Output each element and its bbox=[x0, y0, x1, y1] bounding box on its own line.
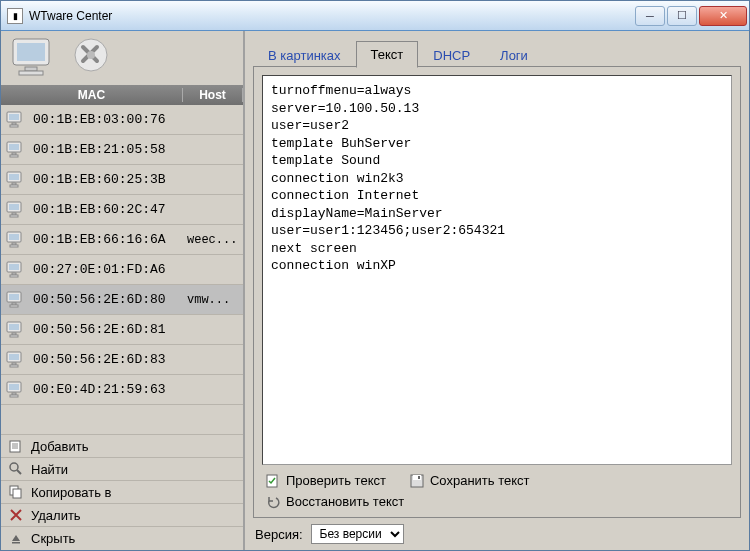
svg-rect-55 bbox=[418, 476, 420, 479]
mac-cell: 00:1B:EB:60:25:3B bbox=[31, 172, 183, 187]
svg-rect-43 bbox=[9, 384, 19, 390]
close-button[interactable]: ✕ bbox=[699, 6, 747, 26]
save-icon bbox=[410, 474, 424, 488]
table-header: MAC Host bbox=[1, 85, 243, 105]
host-cell: weec... bbox=[183, 233, 243, 247]
svg-rect-9 bbox=[10, 125, 18, 127]
tools-icon[interactable] bbox=[67, 37, 115, 79]
svg-rect-2 bbox=[25, 67, 37, 71]
minimize-button[interactable]: ─ bbox=[635, 6, 665, 26]
client-row[interactable]: 00:1B:EB:03:00:76 bbox=[1, 105, 243, 135]
client-row[interactable]: 00:1B:EB:66:16:6Aweec... bbox=[1, 225, 243, 255]
copy-to-label: Копировать в bbox=[31, 485, 112, 500]
svg-point-5 bbox=[87, 51, 95, 59]
svg-rect-21 bbox=[10, 215, 18, 217]
svg-rect-7 bbox=[9, 114, 19, 120]
monitor-icon[interactable] bbox=[9, 37, 57, 79]
svg-rect-23 bbox=[9, 234, 19, 240]
client-row[interactable]: 00:50:56:2E:6D:83 bbox=[1, 345, 243, 375]
svg-rect-31 bbox=[9, 294, 19, 300]
copy-icon bbox=[9, 485, 23, 499]
client-row[interactable]: 00:1B:EB:60:25:3B bbox=[1, 165, 243, 195]
title-bar: ▮ WTware Center ─ ☐ ✕ bbox=[1, 1, 749, 31]
find-label: Найти bbox=[31, 462, 68, 477]
pc-icon bbox=[5, 319, 27, 341]
add-button[interactable]: Добавить bbox=[1, 435, 243, 458]
client-row[interactable]: 00:50:56:2E:6D:80vmw... bbox=[1, 285, 243, 315]
undo-icon bbox=[266, 495, 280, 509]
app-icon: ▮ bbox=[7, 8, 23, 24]
mac-cell: 00:1B:EB:60:2C:47 bbox=[31, 202, 183, 217]
mac-cell: 00:1B:EB:66:16:6A bbox=[31, 232, 183, 247]
pc-icon bbox=[5, 229, 27, 251]
svg-rect-17 bbox=[10, 185, 18, 187]
client-row[interactable]: 00:E0:4D:21:59:63 bbox=[1, 375, 243, 405]
mac-cell: 00:50:56:2E:6D:80 bbox=[31, 292, 183, 307]
action-list: Добавить Найти Копировать в Удалить bbox=[1, 434, 243, 550]
svg-rect-25 bbox=[10, 245, 18, 247]
version-select[interactable]: Без версии bbox=[311, 524, 404, 544]
col-host[interactable]: Host bbox=[183, 88, 243, 102]
mac-cell: 00:50:56:2E:6D:83 bbox=[31, 352, 183, 367]
tab-pictures[interactable]: В картинках bbox=[253, 42, 356, 68]
svg-rect-19 bbox=[9, 204, 19, 210]
svg-line-48 bbox=[17, 470, 21, 474]
tab-dhcp[interactable]: DHCP bbox=[418, 42, 485, 68]
pc-icon bbox=[5, 379, 27, 401]
tab-logs[interactable]: Логи bbox=[485, 42, 543, 68]
tabs: В картинках Текст DHCP Логи bbox=[253, 39, 741, 67]
pc-icon bbox=[5, 199, 27, 221]
client-row[interactable]: 00:27:0E:01:FD:A6 bbox=[1, 255, 243, 285]
client-row[interactable]: 00:1B:EB:21:05:58 bbox=[1, 135, 243, 165]
delete-button[interactable]: Удалить bbox=[1, 504, 243, 527]
check-text-button[interactable]: Проверить текст bbox=[266, 473, 386, 488]
right-panel: В картинках Текст DHCP Логи turnoffmenu=… bbox=[245, 31, 749, 550]
window-title: WTware Center bbox=[29, 9, 112, 23]
svg-rect-39 bbox=[9, 354, 19, 360]
svg-point-47 bbox=[10, 463, 18, 471]
copy-to-button[interactable]: Копировать в bbox=[1, 481, 243, 504]
mac-cell: 00:E0:4D:21:59:63 bbox=[31, 382, 183, 397]
client-row[interactable]: 00:1B:EB:60:2C:47 bbox=[1, 195, 243, 225]
client-row[interactable]: 00:50:56:2E:6D:81 bbox=[1, 315, 243, 345]
svg-rect-1 bbox=[17, 43, 45, 61]
pc-icon bbox=[5, 169, 27, 191]
svg-rect-41 bbox=[10, 365, 18, 367]
svg-rect-13 bbox=[10, 155, 18, 157]
save-text-button[interactable]: Сохранить текст bbox=[410, 473, 530, 488]
svg-rect-15 bbox=[9, 174, 19, 180]
restore-text-label: Восстановить текст bbox=[286, 494, 404, 509]
pc-icon bbox=[5, 109, 27, 131]
tab-body: turnoffmenu=always server=10.100.50.13 u… bbox=[253, 66, 741, 518]
svg-rect-29 bbox=[10, 275, 18, 277]
svg-rect-35 bbox=[9, 324, 19, 330]
host-cell: vmw... bbox=[183, 293, 243, 307]
tab-text[interactable]: Текст bbox=[356, 41, 419, 68]
search-icon bbox=[9, 462, 23, 476]
delete-label: Удалить bbox=[31, 508, 81, 523]
maximize-button[interactable]: ☐ bbox=[667, 6, 697, 26]
delete-icon bbox=[9, 508, 23, 522]
svg-rect-33 bbox=[10, 305, 18, 307]
pc-icon bbox=[5, 289, 27, 311]
hide-icon bbox=[9, 532, 23, 546]
mac-cell: 00:27:0E:01:FD:A6 bbox=[31, 262, 183, 277]
svg-rect-45 bbox=[10, 395, 18, 397]
svg-rect-27 bbox=[9, 264, 19, 270]
pc-icon bbox=[5, 349, 27, 371]
mac-cell: 00:50:56:2E:6D:81 bbox=[31, 322, 183, 337]
config-textarea[interactable]: turnoffmenu=always server=10.100.50.13 u… bbox=[262, 75, 732, 465]
check-text-label: Проверить текст bbox=[286, 473, 386, 488]
mac-cell: 00:1B:EB:21:05:58 bbox=[31, 142, 183, 157]
client-list: 00:1B:EB:03:00:7600:1B:EB:21:05:5800:1B:… bbox=[1, 105, 243, 434]
hide-button[interactable]: Скрыть bbox=[1, 527, 243, 550]
restore-text-button[interactable]: Восстановить текст bbox=[266, 494, 728, 509]
col-mac[interactable]: MAC bbox=[1, 88, 183, 102]
svg-rect-11 bbox=[9, 144, 19, 150]
add-icon bbox=[9, 439, 23, 453]
mac-cell: 00:1B:EB:03:00:76 bbox=[31, 112, 183, 127]
version-label: Версия: bbox=[255, 527, 303, 542]
svg-rect-37 bbox=[10, 335, 18, 337]
svg-rect-3 bbox=[19, 71, 43, 75]
find-button[interactable]: Найти bbox=[1, 458, 243, 481]
